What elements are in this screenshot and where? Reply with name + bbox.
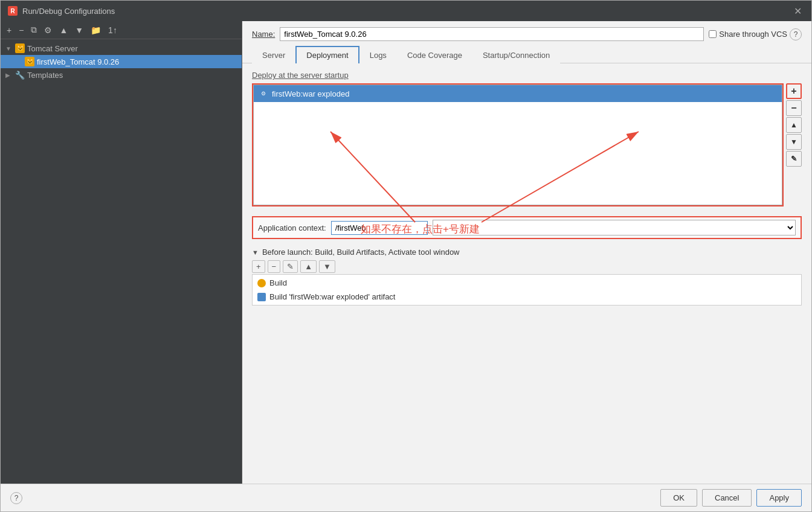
bl-item-label: Build 'firstWeb:war exploded' artifact <box>269 292 395 301</box>
title-bar-left: R Run/Debug Configurations <box>8 6 115 16</box>
right-panel: Name: Share through VCS ? Server Deploym… <box>242 21 811 484</box>
left-toolbar: + − ⧉ ⚙ ▲ ▼ 📁 1↑ <box>1 21 242 39</box>
tomcat-small-icon: 🐱 <box>25 57 34 66</box>
apply-button[interactable]: Apply <box>756 489 802 507</box>
run-debug-dialog: R Run/Debug Configurations ✕ + − ⧉ ⚙ ▲ ▼… <box>0 0 812 512</box>
title-bar: R Run/Debug Configurations ✕ <box>1 1 811 21</box>
remove-config-button[interactable]: − <box>16 24 26 36</box>
name-row: Name: Share through VCS ? <box>242 21 811 46</box>
app-icon: R <box>8 6 18 16</box>
bl-down-button[interactable]: ▼ <box>319 260 335 273</box>
ok-button[interactable]: OK <box>660 489 697 507</box>
wrench-icon: 🔧 <box>15 70 25 80</box>
move-up-button[interactable]: ▲ <box>57 24 70 36</box>
tree-item-templates[interactable]: ▶ 🔧 Templates <box>1 68 242 82</box>
tree-item-label: Templates <box>27 71 63 80</box>
before-launch-list: Build Build 'firstWeb:war exploded' arti… <box>252 274 802 306</box>
tree-item-tomcat-server[interactable]: ▼ 🐱 Tomcat Server <box>1 42 242 55</box>
tab-code-coverage[interactable]: Code Coverage <box>397 46 472 63</box>
tabs-bar: Server Deployment Logs Code Coverage Sta… <box>242 46 811 63</box>
tree-item-label: firstWeb_Tomcat 9.0.26 <box>37 57 119 66</box>
copy-config-button[interactable]: ⧉ <box>28 24 39 36</box>
help-button[interactable]: ? <box>10 492 22 504</box>
tab-logs[interactable]: Logs <box>359 46 397 63</box>
bl-up-button[interactable]: ▲ <box>300 260 317 273</box>
before-launch-section: ▼ Before launch: Build, Build Artifacts,… <box>252 245 802 306</box>
bottom-bar: ? OK Cancel Apply <box>1 484 811 511</box>
share-vcs-help-button[interactable]: ? <box>790 28 802 40</box>
deploy-label: Deploy at the server startup <box>252 71 802 80</box>
before-launch-header[interactable]: ▼ Before launch: Build, Build Artifacts,… <box>252 245 802 259</box>
collapse-icon: ▼ <box>252 249 259 256</box>
dialog-title: Run/Debug Configurations <box>22 7 115 16</box>
deploy-side-buttons: + − ▲ ▼ ✎ <box>786 83 802 167</box>
expand-icon: ▼ <box>5 45 13 52</box>
sort-button[interactable]: 1↑ <box>106 24 120 36</box>
tomcat-icon: 🐱 <box>15 43 25 53</box>
deploy-list: ⚙ firstWeb:war exploded <box>253 85 782 205</box>
app-context-select[interactable] <box>433 220 796 235</box>
deploy-up-button[interactable]: ▲ <box>786 117 802 133</box>
left-panel: + − ⧉ ⚙ ▲ ▼ 📁 1↑ ▼ 🐱 Tomcat Server <box>1 21 242 484</box>
share-vcs-label: Share through VCS <box>719 30 787 39</box>
folder-button[interactable]: 📁 <box>88 24 103 36</box>
add-config-button[interactable]: + <box>4 24 14 36</box>
bl-item-label: Build <box>269 278 287 287</box>
config-tree: ▼ 🐱 Tomcat Server 🐱 firstWeb_Tomcat 9.0.… <box>1 39 242 484</box>
name-input[interactable] <box>280 27 704 41</box>
name-label: Name: <box>252 30 275 39</box>
deploy-item-icon: ⚙ <box>259 89 268 98</box>
share-vcs-checkbox[interactable] <box>709 30 717 38</box>
cancel-button[interactable]: Cancel <box>702 489 752 507</box>
deploy-area: ⚙ firstWeb:war exploded + − ▲ ▼ ✎ <box>252 83 802 206</box>
build-icon <box>257 279 266 287</box>
artifact-icon <box>257 293 266 301</box>
deploy-down-button[interactable]: ▼ <box>786 134 802 150</box>
bottom-left: ? <box>10 492 22 504</box>
expand-icon: ▶ <box>5 72 13 78</box>
share-vcs-container: Share through VCS ? <box>709 28 802 40</box>
before-launch-toolbar: + − ✎ ▲ ▼ <box>252 259 802 274</box>
bl-item-build[interactable]: Build <box>253 276 801 290</box>
tab-deployment[interactable]: Deployment <box>295 46 359 63</box>
app-context-row: Application context: <box>252 216 802 239</box>
remove-deploy-button[interactable]: − <box>786 100 802 116</box>
bl-edit-button[interactable]: ✎ <box>283 260 298 273</box>
bottom-right: OK Cancel Apply <box>660 489 802 507</box>
tab-server[interactable]: Server <box>252 46 295 63</box>
bl-item-artifact[interactable]: Build 'firstWeb:war exploded' artifact <box>253 290 801 304</box>
deploy-edit-button[interactable]: ✎ <box>786 151 802 167</box>
main-content-area: + − ⧉ ⚙ ▲ ▼ 📁 1↑ ▼ 🐱 Tomcat Server <box>1 21 811 484</box>
tree-item-firstweb-tomcat[interactable]: 🐱 firstWeb_Tomcat 9.0.26 <box>1 55 242 68</box>
bl-remove-button[interactable]: − <box>268 260 281 273</box>
close-button[interactable]: ✕ <box>791 5 804 17</box>
before-launch-label: Before launch: Build, Build Artifacts, A… <box>262 248 460 257</box>
tab-startup-connection[interactable]: Startup/Connection <box>472 46 560 63</box>
move-down-button[interactable]: ▼ <box>72 24 86 36</box>
deploy-item-label: firstWeb:war exploded <box>272 89 349 98</box>
tree-item-label: Tomcat Server <box>27 44 78 53</box>
add-deploy-button[interactable]: + <box>786 83 802 99</box>
deploy-list-box: ⚙ firstWeb:war exploded <box>252 83 784 206</box>
settings-button[interactable]: ⚙ <box>42 24 54 36</box>
app-context-input[interactable] <box>331 221 428 235</box>
deployment-content: Deploy at the server startup ⚙ firstWeb:… <box>242 63 811 484</box>
deploy-item-firstweb[interactable]: ⚙ firstWeb:war exploded <box>254 85 782 102</box>
bl-add-button[interactable]: + <box>252 260 265 273</box>
app-context-label: Application context: <box>258 223 326 232</box>
